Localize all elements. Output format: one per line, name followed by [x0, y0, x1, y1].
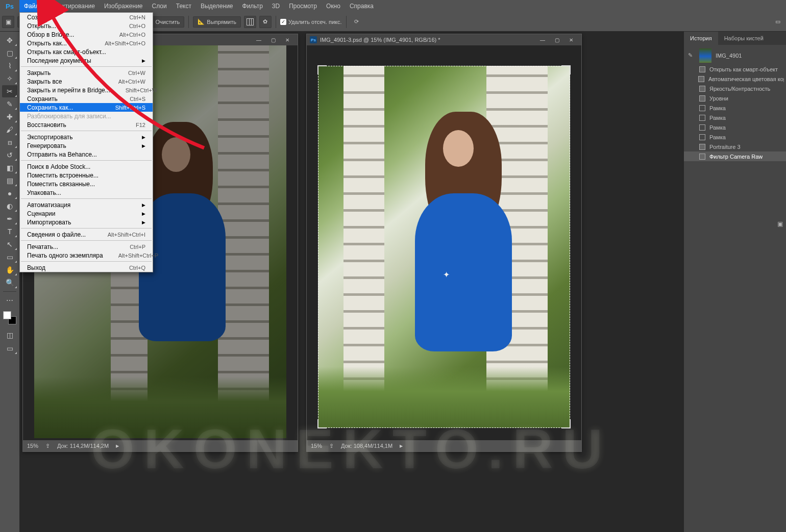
- menuitem-поместить-встроенные-[interactable]: Поместить встроенные...: [20, 171, 153, 180]
- tool-heal[interactable]: ✚: [2, 111, 17, 123]
- crop-settings-icon[interactable]: ✿: [259, 16, 272, 28]
- history-item[interactable]: Portraiture 3: [684, 142, 786, 151]
- crop-icon: [698, 123, 706, 132]
- menuitem-отправить-на-behance-[interactable]: Отправить на Behance...: [20, 150, 153, 159]
- history-source-row[interactable]: ✎ IMG_4901: [684, 47, 786, 64]
- right-panels: ИсторияНаборы кистей ✎ IMG_4901 Открыть …: [684, 32, 786, 532]
- menuitem-закрыть[interactable]: ЗакрытьCtrl+W: [20, 68, 153, 77]
- menuitem-печать-одного-экземпляра[interactable]: Печать одного экземпляраAlt+Shift+Ctrl+P: [20, 251, 153, 260]
- menuitem-печатать-[interactable]: Печатать...Ctrl+P: [20, 242, 153, 251]
- history-item[interactable]: Автоматическая цветовая корр: [684, 74, 786, 84]
- menuitem-поиск-в-adobe-stock-[interactable]: Поиск в Adobe Stock...: [20, 162, 153, 171]
- crop-selection[interactable]: [318, 66, 570, 428]
- tool-move[interactable]: ✥: [2, 34, 17, 46]
- panel-new-snapshot-icon[interactable]: ▣: [777, 220, 783, 227]
- tool-dodge[interactable]: ◐: [2, 200, 17, 212]
- panel-tab-0[interactable]: История: [684, 32, 718, 45]
- tool-eraser[interactable]: ◧: [2, 162, 17, 174]
- menuitem-открыть-[interactable]: Открыть...Ctrl+O: [20, 21, 153, 30]
- tool-blur[interactable]: ●: [2, 187, 17, 199]
- history-item[interactable]: Рамка: [684, 103, 786, 113]
- share-icon[interactable]: ⇪: [45, 443, 50, 449]
- menu-изображение[interactable]: Изображение: [100, 0, 148, 12]
- menuitem-открыть-как-смарт-объект-[interactable]: Открыть как смарт-объект...: [20, 47, 153, 56]
- zoom-left[interactable]: 15%: [27, 443, 38, 449]
- menuitem-генерировать[interactable]: Генерировать▶: [20, 141, 153, 150]
- history-label: Автоматическая цветовая корр: [708, 76, 784, 82]
- menuitem-импортировать[interactable]: Импортировать▶: [20, 218, 153, 226]
- straighten-button[interactable]: 📐Выпрямить: [193, 16, 241, 28]
- history-item[interactable]: Фильтр Camera Raw: [684, 151, 786, 161]
- menuitem-последние-документы[interactable]: Последние документы▶: [20, 56, 153, 65]
- quickmask-icon[interactable]: ◫: [2, 329, 17, 341]
- maximize-button[interactable]: ▢: [550, 35, 564, 44]
- tool-brush[interactable]: 🖌: [2, 123, 17, 136]
- history-item[interactable]: Яркость/Контрастность: [684, 84, 786, 93]
- panel-tab-1[interactable]: Наборы кистей: [718, 32, 770, 45]
- menuitem-сохранить[interactable]: СохранитьCtrl+S: [20, 94, 153, 103]
- menuitem-упаковать-[interactable]: Упаковать...: [20, 188, 153, 197]
- menuitem-открыть-как-[interactable]: Открыть как...Alt+Shift+Ctrl+O: [20, 39, 153, 47]
- history-brush-icon[interactable]: ✎: [688, 52, 695, 59]
- history-item[interactable]: Рамка: [684, 122, 786, 132]
- menu-выделение[interactable]: Выделение: [196, 0, 238, 12]
- minimize-button[interactable]: —: [252, 35, 266, 44]
- menu-3d[interactable]: 3D: [267, 0, 284, 12]
- tool-path[interactable]: ↖: [2, 238, 17, 250]
- color-swatches[interactable]: [3, 311, 16, 324]
- history-item[interactable]: Открыть как смарт-объект: [684, 64, 786, 74]
- delete-pixels-checkbox[interactable]: ✓Удалить отсеч. пикс.: [280, 19, 342, 25]
- tool-stamp[interactable]: ⧈: [2, 136, 17, 148]
- tool-rect[interactable]: ▭: [2, 251, 17, 263]
- tool-pen[interactable]: ✒: [2, 213, 17, 225]
- tool-type[interactable]: T: [2, 225, 17, 238]
- tool-wand[interactable]: ✧: [2, 72, 17, 85]
- tool-history[interactable]: ↺: [2, 149, 17, 161]
- minimize-button[interactable]: —: [535, 35, 550, 44]
- more-tools-icon[interactable]: ⋯: [2, 294, 17, 307]
- menuitem-экспортировать[interactable]: Экспортировать▶: [20, 133, 153, 141]
- tool-hand[interactable]: ✋: [2, 264, 17, 276]
- history-item[interactable]: Рамка: [684, 113, 786, 122]
- tool-lasso[interactable]: ⌇: [2, 60, 17, 72]
- screenmode-icon[interactable]: ▭: [2, 342, 17, 354]
- menu-слои[interactable]: Слои: [148, 0, 171, 12]
- tool-preset-icon[interactable]: ▣: [2, 16, 14, 28]
- menu-файл[interactable]: Файл: [19, 0, 44, 12]
- document-header-right[interactable]: Ps IMG_4901-3.psd @ 15% (IMG_4901, RGB/1…: [307, 34, 581, 45]
- document-window-right[interactable]: Ps IMG_4901-3.psd @ 15% (IMG_4901, RGB/1…: [306, 34, 582, 452]
- tool-crop[interactable]: ✂: [2, 85, 17, 97]
- history-item[interactable]: Рамка: [684, 132, 786, 142]
- close-button[interactable]: ✕: [280, 35, 294, 44]
- menu-редактирование[interactable]: Редактирование: [44, 0, 100, 12]
- tool-eyedrop[interactable]: ✎: [2, 98, 17, 110]
- menu-окно[interactable]: Окно: [322, 0, 345, 12]
- menu-текст[interactable]: Текст: [171, 0, 196, 12]
- overlay-grid-icon[interactable]: [244, 16, 256, 28]
- tool-marquee[interactable]: ▢: [2, 47, 17, 59]
- menuitem-выход[interactable]: ВыходCtrl+Q: [20, 263, 153, 272]
- menuitem-восстановить[interactable]: ВосстановитьF12: [20, 120, 153, 129]
- menu-фильтр[interactable]: Фильтр: [238, 0, 267, 12]
- document-icon: [698, 75, 705, 83]
- close-button[interactable]: ✕: [564, 35, 578, 44]
- menuitem-автоматизация[interactable]: Автоматизация▶: [20, 200, 153, 209]
- history-item[interactable]: Уровни: [684, 93, 786, 103]
- menuitem-закрыть-все[interactable]: Закрыть всеAlt+Ctrl+W: [20, 77, 153, 86]
- menuitem-созда[interactable]: СоздаCtrl+N: [20, 13, 153, 21]
- menu-справка[interactable]: Справка: [345, 0, 378, 12]
- menuitem-поместить-связанные-[interactable]: Поместить связанные...: [20, 180, 153, 188]
- clear-button[interactable]: Очистить: [151, 16, 184, 28]
- menu-просмотр[interactable]: Просмотр: [284, 0, 322, 12]
- canvas-right[interactable]: ✦: [307, 45, 581, 440]
- menuitem-сведения-о-файле-[interactable]: Сведения о файле...Alt+Shift+Ctrl+I: [20, 230, 153, 239]
- menuitem-сценарии[interactable]: Сценарии▶: [20, 209, 153, 218]
- menuitem-закрыть-и-перейти-в-bridge-[interactable]: Закрыть и перейти в Bridge...Shift+Ctrl+…: [20, 86, 153, 94]
- commit-icon[interactable]: ⟳: [351, 16, 363, 28]
- maximize-button[interactable]: ▢: [266, 35, 280, 44]
- tool-gradient[interactable]: ▤: [2, 174, 17, 187]
- menuitem-сохранить-как-[interactable]: Сохранить как...Shift+Ctrl+S: [20, 103, 153, 112]
- menuitem-обзор-в-bridge-[interactable]: Обзор в Bridge...Alt+Ctrl+O: [20, 30, 153, 39]
- tool-zoom[interactable]: 🔍: [2, 276, 17, 289]
- panel-toggle-icon[interactable]: ▭: [772, 16, 784, 28]
